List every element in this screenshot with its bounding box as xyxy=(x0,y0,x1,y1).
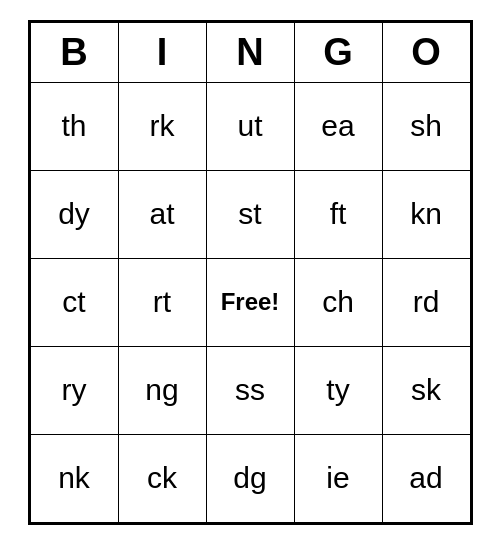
header-b: B xyxy=(30,22,118,82)
table-row: th rk ut ea sh xyxy=(30,82,470,170)
cell-4-3: ie xyxy=(294,434,382,522)
cell-2-1: rt xyxy=(118,258,206,346)
cell-3-2: ss xyxy=(206,346,294,434)
table-row: ct rt Free! ch rd xyxy=(30,258,470,346)
header-g: G xyxy=(294,22,382,82)
cell-0-2: ut xyxy=(206,82,294,170)
cell-0-3: ea xyxy=(294,82,382,170)
table-row: ry ng ss ty sk xyxy=(30,346,470,434)
bingo-table: B I N G O th rk ut ea sh dy at st ft kn xyxy=(30,22,471,523)
cell-4-2: dg xyxy=(206,434,294,522)
cell-2-4: rd xyxy=(382,258,470,346)
cell-3-1: ng xyxy=(118,346,206,434)
bingo-card: B I N G O th rk ut ea sh dy at st ft kn xyxy=(28,20,473,525)
table-row: nk ck dg ie ad xyxy=(30,434,470,522)
cell-1-4: kn xyxy=(382,170,470,258)
cell-1-3: ft xyxy=(294,170,382,258)
cell-2-3: ch xyxy=(294,258,382,346)
cell-2-2: Free! xyxy=(206,258,294,346)
header-i: I xyxy=(118,22,206,82)
cell-3-4: sk xyxy=(382,346,470,434)
header-row: B I N G O xyxy=(30,22,470,82)
cell-3-3: ty xyxy=(294,346,382,434)
cell-4-1: ck xyxy=(118,434,206,522)
header-o: O xyxy=(382,22,470,82)
cell-0-0: th xyxy=(30,82,118,170)
header-n: N xyxy=(206,22,294,82)
cell-4-4: ad xyxy=(382,434,470,522)
cell-1-0: dy xyxy=(30,170,118,258)
cell-0-1: rk xyxy=(118,82,206,170)
cell-1-2: st xyxy=(206,170,294,258)
cell-2-0: ct xyxy=(30,258,118,346)
cell-4-0: nk xyxy=(30,434,118,522)
table-row: dy at st ft kn xyxy=(30,170,470,258)
cell-1-1: at xyxy=(118,170,206,258)
cell-0-4: sh xyxy=(382,82,470,170)
cell-3-0: ry xyxy=(30,346,118,434)
